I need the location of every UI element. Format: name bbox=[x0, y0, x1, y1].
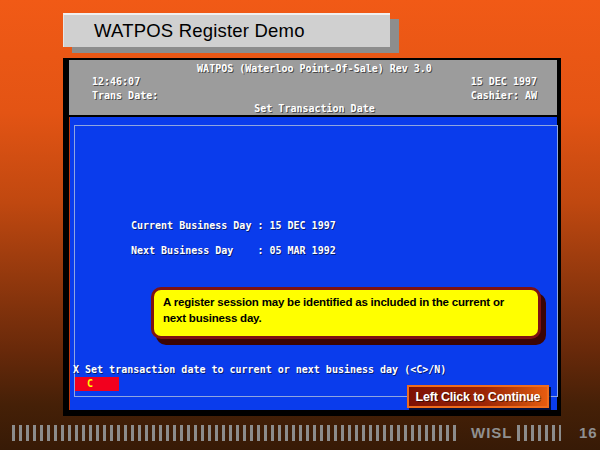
footer-ticks-right-icon bbox=[517, 425, 561, 441]
slide-title-bar: WATPOS Register Demo bbox=[63, 13, 390, 47]
next-business-day-line: Next Business Day : 05 MAR 1992 bbox=[131, 245, 336, 256]
footer-bar: WISL 16 bbox=[0, 424, 600, 444]
clock-readout: 12:46:07 bbox=[92, 75, 140, 88]
input-value: C bbox=[87, 378, 93, 389]
watpos-terminal-window: WATPOS (Waterloo Point-Of-Sale) Rev 3.0 … bbox=[63, 58, 561, 416]
callout-note: A register session may be identified as … bbox=[151, 287, 541, 339]
business-date: 15 DEC 1997 bbox=[471, 75, 537, 88]
prompt-line: X Set transaction date to current or nex… bbox=[73, 364, 446, 375]
current-business-day-line: Current Business Day : 15 DEC 1997 bbox=[131, 220, 336, 231]
cashier-label: Cashier: AW bbox=[471, 89, 537, 102]
terminal-header: WATPOS (Waterloo Point-Of-Sale) Rev 3.0 … bbox=[69, 60, 557, 117]
continue-button[interactable]: Left Click to Continue bbox=[407, 385, 549, 408]
app-version-line: WATPOS (Waterloo Point-Of-Sale) Rev 3.0 bbox=[92, 62, 537, 75]
callout-text: A register session may be identified as … bbox=[163, 296, 504, 324]
transaction-choice-input[interactable]: C bbox=[75, 377, 119, 391]
footer-ticks-left-icon bbox=[12, 425, 460, 441]
screen-inner-frame bbox=[74, 125, 558, 397]
footer-brand: WISL bbox=[471, 425, 513, 441]
terminal-screen: Current Business Day : 15 DEC 1997 Next … bbox=[69, 117, 557, 410]
slide-title: WATPOS Register Demo bbox=[94, 20, 305, 42]
continue-button-label: Left Click to Continue bbox=[416, 390, 541, 404]
trans-date-label: Trans Date: bbox=[92, 89, 158, 102]
slide-number: 16 bbox=[579, 425, 598, 441]
mode-title: Set Transaction Date bbox=[92, 102, 537, 115]
slide: WATPOS Register Demo WATPOS (Waterloo Po… bbox=[0, 0, 600, 450]
